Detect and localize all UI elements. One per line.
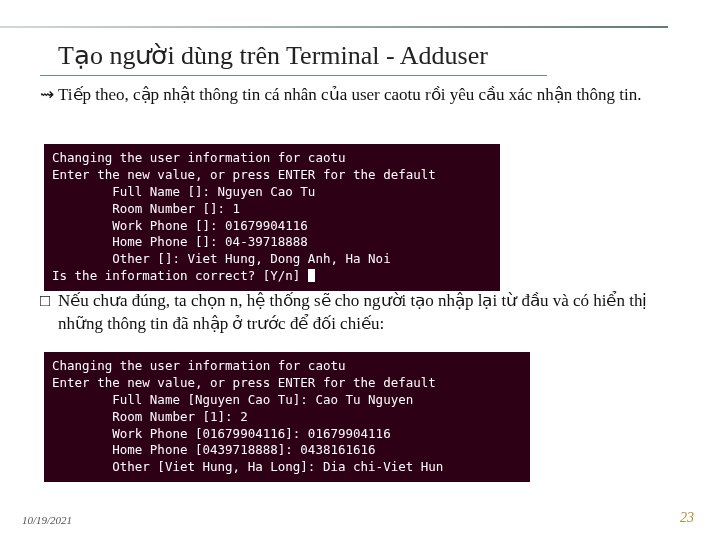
slide: Tạo người dùng trên Terminal - Adduser ⇝… bbox=[0, 0, 720, 540]
footer-date: 10/19/2021 bbox=[22, 514, 72, 526]
term1-line5: Work Phone []: 01679904116 bbox=[52, 218, 308, 233]
body-para2: □Nếu chưa đúng, ta chọn n, hệ thống sẽ c… bbox=[40, 290, 680, 342]
term2-line3: Full Name [Nguyen Cao Tu]: Cao Tu Nguyen bbox=[52, 392, 413, 407]
body-para1: ⇝Tiếp theo, cập nhật thông tin cá nhân c… bbox=[40, 84, 680, 113]
bullet-icon: ⇝ bbox=[40, 84, 58, 107]
top-accent-line bbox=[0, 26, 668, 28]
para2-text: Nếu chưa đúng, ta chọn n, hệ thống sẽ ch… bbox=[58, 290, 658, 336]
terminal-block-2: Changing the user information for caotu … bbox=[44, 352, 530, 482]
term2-line6: Home Phone [0439718888]: 0438161616 bbox=[52, 442, 376, 457]
para1-text: Tiếp theo, cập nhật thông tin cá nhân củ… bbox=[58, 84, 658, 107]
term2-line1: Changing the user information for caotu bbox=[52, 358, 346, 373]
bullet-square-icon: □ bbox=[40, 290, 58, 313]
terminal-block-1: Changing the user information for caotu … bbox=[44, 144, 500, 291]
term2-line4: Room Number [1]: 2 bbox=[52, 409, 248, 424]
cursor-icon bbox=[308, 269, 315, 282]
term1-line1: Changing the user information for caotu bbox=[52, 150, 346, 165]
term1-line3: Full Name []: Nguyen Cao Tu bbox=[52, 184, 315, 199]
term2-line2: Enter the new value, or press ENTER for … bbox=[52, 375, 436, 390]
term2-line5: Work Phone [01679904116]: 01679904116 bbox=[52, 426, 391, 441]
term1-line4: Room Number []: 1 bbox=[52, 201, 240, 216]
term2-line7: Other [Viet Hung, Ha Long]: Dia chi-Viet… bbox=[52, 459, 443, 474]
term1-line6: Home Phone []: 04-39718888 bbox=[52, 234, 308, 249]
term1-line7: Other []: Viet Hung, Dong Anh, Ha Noi bbox=[52, 251, 391, 266]
slide-title: Tạo người dùng trên Terminal - Adduser bbox=[58, 40, 488, 71]
term1-line8: Is the information correct? [Y/n] bbox=[52, 268, 308, 283]
title-underline bbox=[40, 75, 547, 76]
footer-page-number: 23 bbox=[680, 510, 694, 526]
term1-line2: Enter the new value, or press ENTER for … bbox=[52, 167, 436, 182]
